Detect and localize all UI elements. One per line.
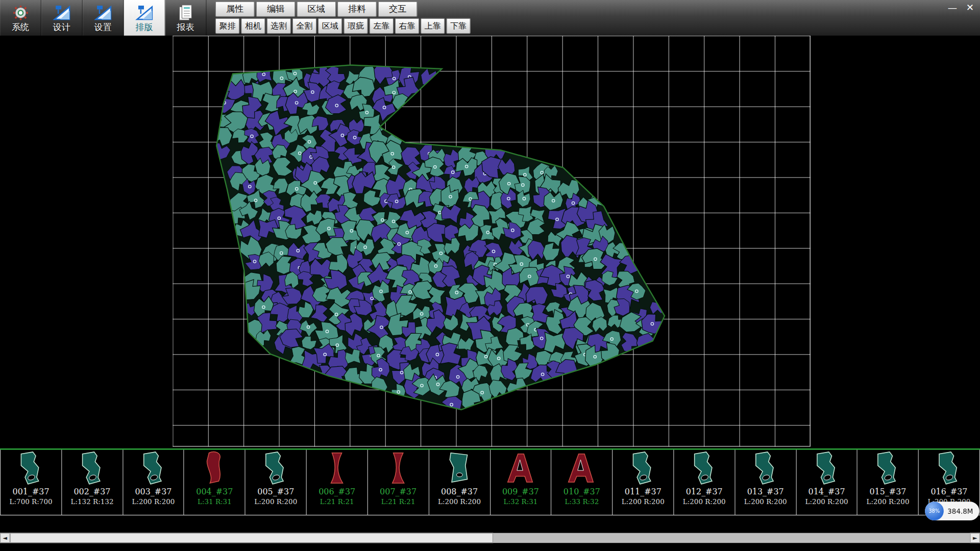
scrollbar-thumb[interactable] (10, 533, 494, 543)
piece-name-label: 007_#37 (380, 487, 416, 496)
piece-count-label: L:200 R:200 (683, 498, 726, 506)
piece-name-label: 014_#37 (808, 487, 845, 496)
piece-thumbnail-010_#37[interactable]: 010_#37L:33 R:32 (552, 450, 613, 515)
piece-thumbnail-014_#37[interactable]: 014_#37L:200 R:200 (796, 450, 857, 515)
piece-count-label: L:31 R:31 (198, 498, 232, 506)
app-tab-settings[interactable]: 设置 (83, 0, 124, 36)
piece-thumbnail-006_#37[interactable]: 006_#37L:21 R:21 (307, 450, 368, 515)
tool-button-camera[interactable]: 相机 (241, 18, 265, 34)
scrollbar-track[interactable] (10, 533, 970, 543)
piece-count-label: L:33 R:32 (565, 498, 599, 506)
tool-button-snap-left[interactable]: 左靠 (369, 18, 394, 34)
piece-name-label: 005_#37 (257, 487, 294, 496)
piece-shape-preview (261, 451, 290, 486)
tool-button-select-cut[interactable]: 选割 (266, 18, 291, 34)
window-controls: — ✕ (946, 2, 976, 13)
triangle-ruler-icon (52, 4, 71, 21)
scroll-left-arrow[interactable]: ◄ (0, 533, 10, 543)
piece-shape-preview (690, 451, 719, 486)
status-pill: 38% 384.8M (925, 502, 979, 520)
piece-thumbnail-strip: 001_#37L:700 R:700002_#37L:132 R:132003_… (0, 448, 980, 515)
tool-button-cut-all[interactable]: 全割 (292, 18, 317, 34)
piece-name-label: 003_#37 (135, 487, 172, 496)
piece-thumbnail-004_#37[interactable]: 004_#37L:31 R:31 (184, 450, 246, 515)
menu-tab-properties[interactable]: 属性 (215, 1, 255, 17)
piece-name-label: 009_#37 (502, 487, 539, 496)
piece-shape-preview (567, 451, 596, 486)
piece-shape-preview (16, 451, 45, 486)
application-window: 系统设计设置排版报表 属性编辑区域排料交互 聚排相机选割全割区域瑕疵左靠右靠上靠… (0, 0, 980, 551)
tool-button-row: 聚排相机选割全割区域瑕疵左靠右靠上靠下靠 (215, 18, 471, 34)
hide-with-nested-pieces[interactable] (0, 36, 980, 448)
piece-shape-preview (200, 451, 229, 486)
piece-shape-preview (873, 451, 902, 486)
triangle-ruler-icon (93, 4, 112, 21)
piece-thumbnail-012_#37[interactable]: 012_#37L:200 R:200 (674, 450, 735, 515)
piece-count-label: L:200 R:200 (744, 498, 787, 506)
tool-button-cluster-nest[interactable]: 聚排 (215, 18, 240, 34)
piece-name-label: 002_#37 (74, 487, 110, 496)
piece-count-label: L:21 R:21 (381, 498, 415, 506)
app-tab-system[interactable]: 系统 (0, 0, 41, 36)
menu-tab-edit[interactable]: 编辑 (256, 1, 295, 17)
piece-name-label: 012_#37 (686, 487, 723, 496)
app-tab-layout[interactable]: 排版 (124, 0, 165, 36)
tool-button-snap-bottom[interactable]: 下靠 (446, 18, 471, 34)
menu-tab-interact[interactable]: 交互 (378, 1, 418, 17)
gear-icon (11, 4, 30, 21)
triangle-ruler-icon (135, 4, 154, 21)
piece-count-label: L:200 R:200 (867, 498, 910, 506)
piece-thumbnail-003_#37[interactable]: 003_#37L:200 R:200 (123, 450, 184, 515)
piece-name-label: 006_#37 (318, 487, 355, 496)
piece-count-label: L:200 R:200 (254, 498, 297, 506)
memory-usage-label: 384.8M (947, 507, 973, 515)
piece-thumbnail-002_#37[interactable]: 002_#37L:132 R:132 (62, 450, 123, 515)
piece-thumbnail-009_#37[interactable]: 009_#37L:32 R:31 (491, 450, 552, 515)
piece-shape-preview (506, 451, 535, 486)
app-tab-label: 排版 (135, 21, 153, 32)
piece-thumbnail-005_#37[interactable]: 005_#37L:200 R:200 (246, 450, 307, 515)
scroll-right-arrow[interactable]: ► (970, 533, 980, 543)
tool-button-region[interactable]: 区域 (318, 18, 342, 34)
piece-shape-preview (78, 451, 107, 486)
piece-count-label: L:21 R:21 (320, 498, 354, 506)
close-button[interactable]: ✕ (964, 2, 976, 13)
piece-count-label: L:200 R:200 (622, 498, 665, 506)
piece-shape-preview (628, 451, 657, 486)
piece-name-label: 016_#37 (930, 487, 967, 496)
menu-area: 属性编辑区域排料交互 聚排相机选割全割区域瑕疵左靠右靠上靠下靠 (215, 0, 471, 34)
piece-thumbnail-001_#37[interactable]: 001_#37L:700 R:700 (0, 450, 62, 515)
piece-shape-preview (935, 451, 964, 486)
tool-button-snap-top[interactable]: 上靠 (421, 18, 445, 34)
piece-name-label: 015_#37 (869, 487, 906, 496)
piece-count-label: L:32 R:31 (504, 498, 538, 506)
app-tab-design[interactable]: 设计 (41, 0, 83, 36)
app-tab-report[interactable]: 报表 (165, 0, 207, 36)
piece-name-label: 011_#37 (625, 487, 662, 496)
piece-thumbnail-013_#37[interactable]: 013_#37L:200 R:200 (735, 450, 796, 515)
piece-count-label: L:200 R:200 (438, 498, 481, 506)
nesting-canvas[interactable] (0, 36, 980, 448)
app-tab-bar: 系统设计设置排版报表 (0, 0, 207, 36)
minimize-button[interactable]: — (946, 2, 959, 13)
piece-shape-preview (139, 451, 168, 486)
app-tab-label: 系统 (12, 21, 29, 32)
tool-button-defect[interactable]: 瑕疵 (344, 18, 368, 34)
menu-tab-region[interactable]: 区域 (297, 1, 336, 17)
app-tab-label: 设计 (53, 21, 70, 32)
app-tab-label: 设置 (94, 21, 112, 32)
piece-shape-preview (323, 451, 352, 486)
piece-thumbnail-015_#37[interactable]: 015_#37L:200 R:200 (857, 450, 919, 515)
piece-thumbnail-007_#37[interactable]: 007_#37L:21 R:21 (368, 450, 429, 515)
horizontal-scrollbar: ◄ ► (0, 533, 980, 543)
menu-tab-nesting[interactable]: 排料 (337, 1, 377, 17)
piece-thumbnail-008_#37[interactable]: 008_#37L:200 R:200 (429, 450, 491, 515)
piece-count-label: L:132 R:132 (71, 498, 114, 506)
piece-count-label: L:200 R:200 (805, 498, 848, 506)
progress-badge: 38% (925, 502, 944, 520)
piece-name-label: 001_#37 (13, 487, 50, 496)
piece-name-label: 013_#37 (747, 487, 784, 496)
tool-button-snap-right[interactable]: 右靠 (395, 18, 420, 34)
piece-name-label: 004_#37 (196, 487, 233, 496)
piece-thumbnail-011_#37[interactable]: 011_#37L:200 R:200 (612, 450, 674, 515)
